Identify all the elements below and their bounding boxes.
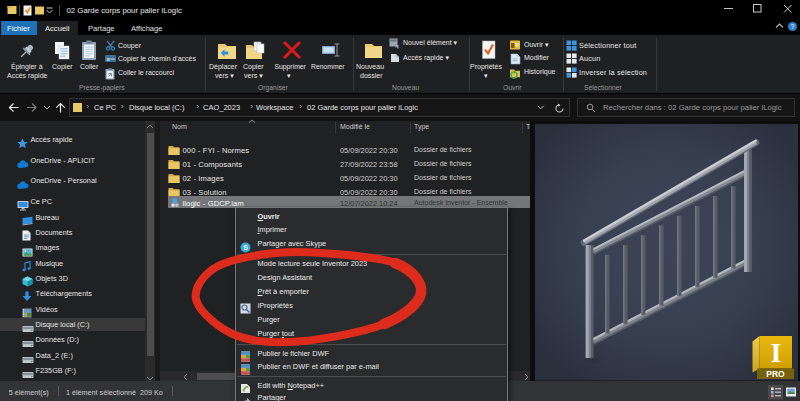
svg-text:w: w (107, 56, 111, 62)
svg-text:PRO: PRO (766, 369, 785, 379)
svg-text:S: S (243, 244, 248, 251)
svg-text:?: ? (791, 23, 795, 30)
svg-text:I: I (771, 337, 782, 368)
